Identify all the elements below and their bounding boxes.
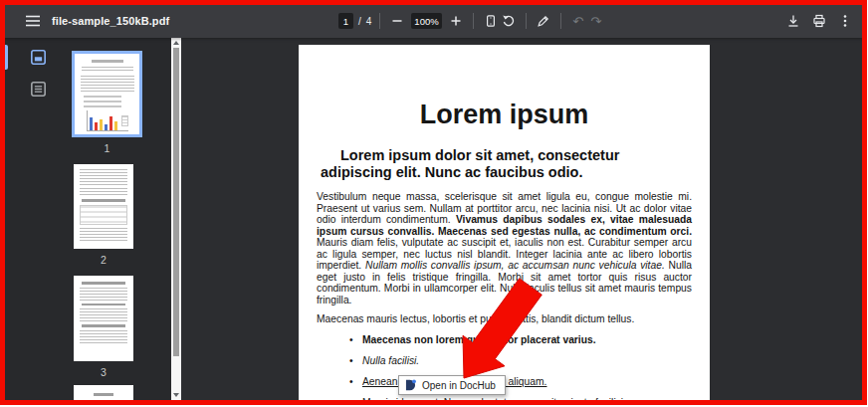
bullet-item: Mauris id ex erat. Nunc vulputate neque … [362,397,692,401]
page-total: 4 [366,16,372,27]
rotate-icon[interactable] [500,12,518,30]
page-number-input[interactable]: 1 [338,13,353,29]
thumbnails-panel: 1 2 3 [56,38,171,400]
scroll-down-icon[interactable] [171,390,181,400]
pdf-toolbar: file-sample_150kB.pdf 1 / 4 100% [4,4,862,38]
toolbar-center-controls: 1 / 4 100% ↶ ↷ [338,4,605,38]
bullet-item: Nulla facilisi. [362,355,692,367]
thumbnail-page-4 [74,385,133,400]
more-options-icon[interactable] [836,12,854,30]
thumbnail-page-3: 3 [74,276,133,378]
screenshot-canvas: file-sample_150kB.pdf 1 / 4 100% [0,0,868,407]
toolbar-right-controls [784,12,854,30]
redo-icon[interactable]: ↷ [587,12,605,30]
toolbar-divider [560,13,561,29]
thumbnail-page-number: 3 [74,366,133,378]
open-in-dochub-label: Open in DocHub [422,380,496,391]
thumbnail-page-3-preview[interactable] [74,276,133,361]
zoom-out-icon[interactable] [388,12,406,30]
thumbnail-preview [84,101,121,102]
document-viewport[interactable]: Lorem ipsum Lorem ipsum dolor sit amet, … [181,38,862,400]
zoom-level-value[interactable]: 100% [411,13,441,29]
annotate-icon[interactable] [535,12,552,30]
scrollbar-thumb[interactable] [173,48,179,356]
sidebar-rail [4,38,56,400]
thumbnail-page-number: 2 [74,254,133,266]
thumbnail-page-1: 1 [69,51,145,154]
open-in-dochub-button[interactable]: Open in DocHub [398,375,506,395]
print-icon[interactable] [810,12,828,30]
thumbnail-preview [84,96,121,98]
thumbnail-preview [92,60,123,63]
undo-icon[interactable]: ↶ [569,12,587,30]
thumbnail-chart-preview [87,110,128,131]
thumbnail-page-2-preview[interactable] [74,164,133,249]
fit-page-icon[interactable] [482,12,500,30]
document-outline-icon[interactable] [30,81,47,98]
thumbnail-preview [81,76,134,93]
thumbnail-page-number: 1 [69,142,145,154]
menu-icon[interactable] [24,12,42,30]
thumbnail-preview [82,67,133,73]
active-view-indicator [5,45,8,70]
toolbar-divider [379,13,380,29]
bullet-item: Maecenas non lorem quis tortor placerat … [362,334,692,346]
document-subtitle: Lorem ipsum dolor sit amet, consectetur … [321,147,688,181]
page-separator: / [358,16,361,27]
paragraph-text-italic: Nullam mollis convallis ipsum, ac accums… [365,260,665,271]
toolbar-divider [473,13,474,29]
scroll-up-icon[interactable] [171,38,181,48]
toolbar-divider [526,13,527,29]
thumbnail-page-1-preview[interactable] [72,51,142,137]
download-icon[interactable] [784,12,802,30]
thumbnails-scrollbar[interactable] [171,38,181,400]
pdf-page-1: Lorem ipsum Lorem ipsum dolor sit amet, … [299,45,710,400]
thumbnail-page-2: 2 [74,164,133,266]
thumbnail-page-4-preview[interactable] [74,385,133,400]
document-title: Lorem ipsum [299,100,710,129]
zoom-in-icon[interactable] [447,12,465,30]
body-paragraph: Vestibulum neque massa, scelerisque sit … [317,191,692,305]
dochub-logo-icon [405,378,416,392]
thumbnails-view-icon[interactable] [30,49,47,66]
document-filename: file-sample_150kB.pdf [52,15,169,27]
second-paragraph: Maecenas mauris lectus, lobortis et puru… [317,313,692,325]
thumbnail-preview [84,105,121,107]
